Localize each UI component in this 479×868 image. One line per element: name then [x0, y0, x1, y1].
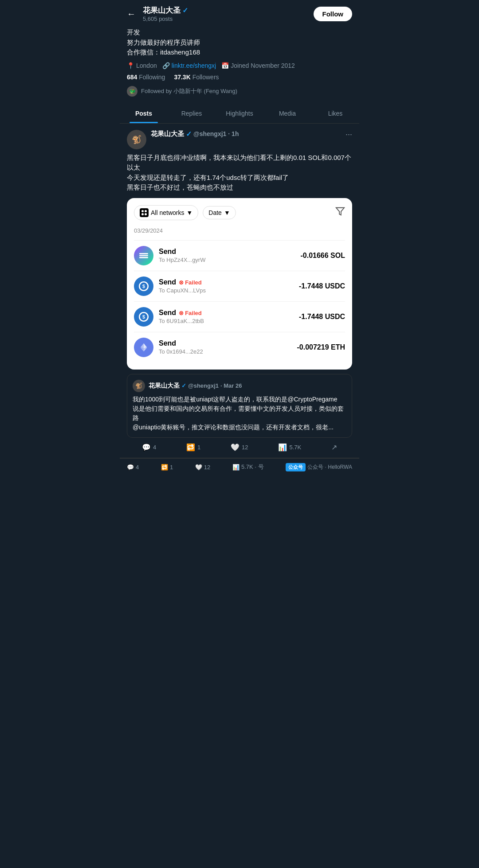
tx-failed-label-1: Failed — [185, 279, 202, 286]
joined-text: Joined November 2012 — [231, 62, 295, 69]
bottom-likes[interactable]: 🤍 12 — [195, 464, 210, 471]
date-filter-chevron: ▼ — [224, 209, 230, 216]
comment-action[interactable]: 💬 4 — [142, 443, 156, 452]
tx-type-usdc-1: Send — [159, 278, 176, 286]
tx-item-usdc-2: $ Send ⊗ Failed To 6U91aK...2tbB -1.7448… — [134, 301, 345, 332]
following-label: Following — [139, 74, 165, 81]
link-icon: 🔗 — [162, 62, 170, 69]
posts-count: 5,605 posts — [143, 16, 188, 22]
author-name-text: 花果山大圣 — [151, 130, 184, 138]
tx-item-eth: Send To 0x1694...2e22 -0.007219 ETH — [134, 332, 345, 362]
quoted-content: 我的1000到可能也是被uniapt这帮人盗走的，联系我的是@CryptoPre… — [133, 395, 346, 432]
views-action[interactable]: 📊 5.7K — [278, 443, 301, 452]
tweet-content: 黑客日子月底也得冲业绩啊，我本来以为他们看不上剩的0.01 SOL和0.007个… — [127, 153, 352, 193]
followed-by: 🐲 Followed by 小隐新十年 (Feng Wang) — [127, 86, 352, 97]
tx-icon-sol — [134, 246, 153, 265]
comment-icon: 💬 — [142, 443, 151, 452]
tx-title-eth: Send — [159, 339, 291, 347]
tx-to-usdc-2: To 6U91aK...2tbB — [159, 318, 294, 324]
bottom-source: 公众号 公众号 · HelloRWA — [286, 463, 352, 471]
verified-icon: ✓ — [182, 6, 188, 15]
bio-line-2: 努力做最好的程序员讲师 — [127, 38, 352, 48]
svg-marker-9 — [141, 343, 144, 348]
tx-amount-usdc-2: -1.7448 USDC — [299, 313, 345, 321]
header-display-name: 花果山大圣 ✓ — [143, 5, 188, 16]
share-action[interactable]: ↗ — [331, 443, 337, 452]
tweet-time: · 1h — [228, 130, 239, 137]
follow-button[interactable]: Follow — [314, 7, 353, 21]
back-button[interactable]: ← — [127, 9, 136, 19]
tx-title-usdc-1: Send ⊗ Failed — [159, 278, 294, 286]
link-item: 🔗 linktr.ee/shengxj — [162, 62, 216, 69]
bottom-retweets[interactable]: 🔁 1 — [161, 464, 173, 471]
date-filter-btn[interactable]: Date ▼ — [203, 206, 236, 219]
network-filter-btn[interactable]: All networks ▼ — [134, 205, 198, 220]
bottom-comment-icon: 💬 — [127, 464, 134, 471]
funnel-filter-btn[interactable] — [335, 206, 345, 218]
tx-icon-usdc-2: $ — [134, 307, 153, 327]
comment-count: 4 — [153, 444, 156, 451]
chart-icon: 📊 — [278, 443, 287, 452]
profile-link[interactable]: linktr.ee/shengxj — [172, 62, 216, 69]
bottom-heart-icon: 🤍 — [195, 464, 202, 471]
network-filter-icon — [140, 208, 149, 217]
tweet-item: 🐒 花果山大圣 ✓ @shengxj1 · 1h ··· 黑客日子月底也得冲业绩… — [120, 124, 359, 458]
tx-icon-eth — [134, 338, 153, 357]
tx-item-sol: Send To HpZz4X...gyrW -0.01666 SOL — [134, 240, 345, 271]
profile-tabs: Posts Replies Highlights Media Likes — [120, 104, 359, 124]
bottom-comment-count: 4 — [136, 464, 139, 471]
wallet-date: 03/29/2024 — [134, 227, 345, 234]
like-action[interactable]: 🤍 12 — [231, 443, 248, 452]
svg-marker-8 — [144, 343, 147, 348]
tab-media[interactable]: Media — [263, 104, 311, 123]
tx-title-sol: Send — [159, 248, 295, 256]
tab-replies[interactable]: Replies — [168, 104, 216, 123]
location-icon: 📍 — [127, 62, 134, 69]
tx-info-sol: Send To HpZz4X...gyrW — [159, 248, 295, 263]
retweet-count: 1 — [197, 444, 200, 451]
tx-amount-eth: -0.007219 ETH — [297, 343, 345, 351]
svg-text:$: $ — [142, 284, 145, 289]
meta-row: 📍 London 🔗 linktr.ee/shengxj 📅 Joined No… — [127, 62, 352, 69]
bottom-retweet-count: 1 — [170, 464, 173, 471]
heart-icon: 🤍 — [231, 443, 240, 452]
tweet-header: 🐒 花果山大圣 ✓ @shengxj1 · 1h ··· — [127, 130, 352, 149]
following-count: 684 — [127, 74, 137, 81]
tab-likes[interactable]: Likes — [311, 104, 359, 123]
tweet-more-button[interactable]: ··· — [346, 130, 352, 139]
tx-to-eth: To 0x1694...2e22 — [159, 348, 291, 355]
tx-failed-icon-1: ⊗ Failed — [179, 279, 202, 286]
quoted-author-name: 花果山大圣 ✓ @shengxj1 · Mar 26 — [149, 382, 242, 390]
svg-marker-0 — [336, 208, 344, 215]
bottom-comments[interactable]: 💬 4 — [127, 464, 139, 471]
wallet-filters: All networks ▼ Date ▼ — [134, 205, 345, 220]
stats-row: 684 Following 37.3K Followers — [127, 74, 352, 81]
quoted-name-text: 花果山大圣 — [149, 382, 180, 390]
profile-area: 开发 努力做最好的程序员讲师 合作微信：itdasheng168 📍 Londo… — [120, 27, 359, 104]
calendar-icon: 📅 — [221, 62, 229, 69]
followed-by-text: Followed by 小隐新十年 (Feng Wang) — [141, 87, 237, 95]
header-name-block: 花果山大圣 ✓ 5,605 posts — [143, 5, 188, 22]
bottom-views-text: 5.7K · 号 — [241, 463, 264, 471]
share-icon: ↗ — [331, 443, 337, 452]
header-left: ← 花果山大圣 ✓ 5,605 posts — [127, 5, 188, 22]
tweet-avatar[interactable]: 🐒 — [127, 130, 146, 149]
tweet-author-name: 花果山大圣 ✓ @shengxj1 · 1h — [151, 130, 341, 138]
following-stat[interactable]: 684 Following — [127, 74, 165, 81]
network-filter-label: All networks — [151, 209, 184, 216]
quoted-tweet: 🐒 花果山大圣 ✓ @shengxj1 · Mar 26 我的1000到可能也是… — [127, 374, 352, 438]
tx-title-usdc-2: Send ⊗ Failed — [159, 309, 294, 317]
tab-posts[interactable]: Posts — [120, 104, 168, 123]
bottom-views[interactable]: 📊 5.7K · 号 — [232, 463, 264, 471]
tx-info-usdc-1: Send ⊗ Failed To CapuXN...LVps — [159, 278, 294, 294]
follower-avatar: 🐲 — [127, 86, 137, 97]
followers-count: 37.3K — [174, 74, 190, 81]
bio-line-3: 合作微信：itdasheng168 — [127, 47, 352, 58]
like-count: 12 — [242, 444, 248, 451]
retweet-action[interactable]: 🔁 1 — [186, 443, 200, 452]
tab-highlights[interactable]: Highlights — [216, 104, 263, 123]
followers-stat[interactable]: 37.3K Followers — [174, 74, 219, 81]
wallet-card: All networks ▼ Date ▼ 03/29/2024 — [127, 198, 352, 370]
tx-failed-icon-2: ⊗ Failed — [179, 310, 202, 316]
quoted-verified-icon: ✓ — [181, 382, 186, 389]
